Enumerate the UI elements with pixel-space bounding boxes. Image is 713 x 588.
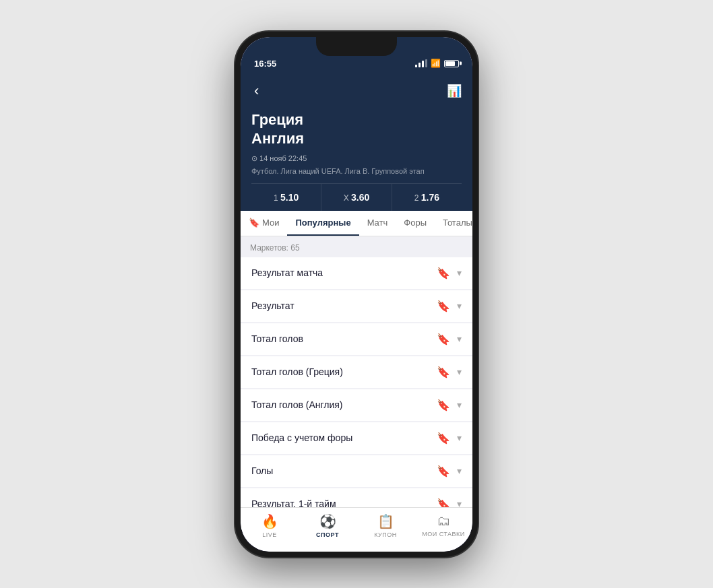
chevron-down-icon[interactable]: ▾	[457, 366, 462, 377]
match-date: ⊙ 14 нояб 22:45	[251, 154, 462, 163]
coupon-icon: 📋	[377, 513, 394, 529]
bookmark-icon[interactable]: 🔖	[437, 432, 450, 445]
tab-fory[interactable]: Форы	[396, 211, 435, 236]
odds-cell-x[interactable]: X 3.60	[321, 184, 392, 211]
chevron-down-icon[interactable]: ▾	[457, 465, 462, 476]
chevron-down-icon[interactable]: ▾	[457, 333, 462, 344]
market-item[interactable]: Тотал голов (Англия) 🔖 ▾	[241, 389, 472, 422]
nav-coupon[interactable]: 📋 КУПОН	[356, 508, 414, 541]
match-competition: Футбол. Лига наций UEFA. Лига В. Группов…	[251, 167, 462, 175]
phone-screen: 16:55 📶 ‹ 📊 Греция	[241, 37, 472, 552]
nav-mybets[interactable]: 🗂 МОИ СТАВКИ	[414, 508, 472, 541]
back-button[interactable]: ‹	[251, 79, 261, 102]
chevron-down-icon[interactable]: ▾	[457, 399, 462, 410]
market-item[interactable]: Голы 🔖 ▾	[241, 455, 472, 488]
chevron-down-icon[interactable]: ▾	[457, 267, 462, 278]
odds-row: 1 5.10 X 3.60 2 1.76	[251, 183, 462, 211]
bookmark-icon[interactable]: 🔖	[437, 333, 450, 346]
status-time: 16:55	[254, 59, 276, 69]
chevron-down-icon[interactable]: ▾	[457, 432, 462, 443]
market-item[interactable]: Тотал голов 🔖 ▾	[241, 323, 472, 356]
market-item[interactable]: Результат 🔖 ▾	[241, 290, 472, 323]
market-item[interactable]: Тотал голов (Греция) 🔖 ▾	[241, 356, 472, 389]
markets-section: Маркетов: 65 Результат матча 🔖 ▾ Результ…	[241, 236, 472, 507]
phone-notch	[316, 37, 397, 56]
tabs-container: 🔖Мои Популярные Матч Форы Тоталы Голы Та…	[241, 211, 472, 236]
battery-icon	[444, 60, 459, 67]
chevron-down-icon[interactable]: ▾	[457, 498, 462, 507]
tab-my[interactable]: 🔖Мои	[241, 211, 287, 236]
tab-match[interactable]: Матч	[359, 211, 396, 236]
soccer-icon: ⚽	[319, 513, 336, 529]
bottom-nav: 🔥 LIVE ⚽ СПОРТ 📋 КУПОН 🗂 МОИ СТАВКИ	[241, 507, 472, 552]
tab-popular[interactable]: Популярные	[287, 211, 359, 236]
team1-name: Греция	[251, 110, 462, 130]
bookmark-icon[interactable]: 🔖	[437, 366, 450, 379]
tab-totals[interactable]: Тоталы	[435, 211, 472, 236]
odds-cell-1[interactable]: 1 5.10	[251, 184, 321, 211]
header-nav: ‹ 📊	[251, 79, 462, 102]
bookmark-icon[interactable]: 🔖	[437, 465, 450, 478]
market-item[interactable]: Результат матча 🔖 ▾	[241, 257, 472, 290]
match-header: ‹ 📊 Греция Англия ⊙ 14 нояб 22:45 Футбол…	[241, 71, 472, 211]
stats-icon[interactable]: 📊	[447, 84, 462, 98]
bookmark-icon[interactable]: 🔖	[437, 267, 450, 280]
bookmark-icon[interactable]: 🔖	[437, 300, 450, 313]
signal-icon	[415, 59, 427, 67]
odds-cell-2[interactable]: 2 1.76	[392, 184, 462, 211]
market-item[interactable]: Результат, 1-й тайм 🔖 ▾	[241, 488, 472, 507]
match-teams: Греция Англия	[251, 110, 462, 149]
mybets-icon: 🗂	[437, 513, 450, 529]
chevron-down-icon[interactable]: ▾	[457, 300, 462, 311]
nav-live[interactable]: 🔥 LIVE	[241, 508, 299, 541]
team2-name: Англия	[251, 129, 462, 149]
wifi-icon: 📶	[431, 59, 441, 68]
fire-icon: 🔥	[261, 513, 278, 529]
nav-sport[interactable]: ⚽ СПОРТ	[299, 508, 356, 541]
bookmark-icon[interactable]: 🔖	[437, 399, 450, 412]
bookmark-icon[interactable]: 🔖	[437, 498, 450, 507]
market-item[interactable]: Победа с учетом форы 🔖 ▾	[241, 422, 472, 455]
phone-frame: 16:55 📶 ‹ 📊 Греция	[235, 32, 478, 557]
markets-count: Маркетов: 65	[241, 236, 472, 257]
status-icons: 📶	[415, 59, 459, 68]
